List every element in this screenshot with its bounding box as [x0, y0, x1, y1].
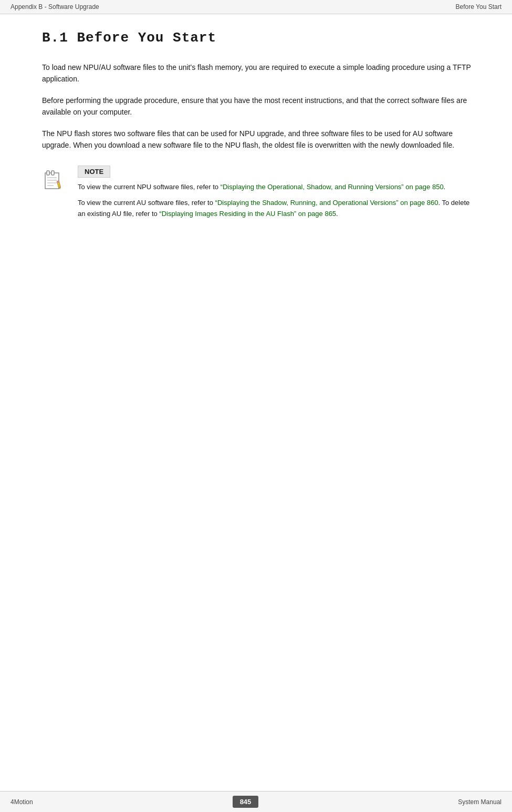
note-line-1: To view the current NPU software files, …: [78, 182, 473, 192]
header-left: Appendix B - Software Upgrade: [11, 3, 99, 11]
note-link-1[interactable]: “Displaying the Operational, Shadow, and…: [221, 183, 444, 191]
header-bar: Appendix B - Software Upgrade Before You…: [0, 0, 512, 14]
note-icon: [42, 168, 68, 194]
note-line-1-suffix: .: [444, 183, 446, 191]
note-line-2-suffix2: .: [336, 210, 338, 218]
main-content: B.1 Before You Start To load new NPU/AU …: [0, 14, 512, 256]
footer-left: 4Motion: [11, 798, 33, 806]
note-line-2: To view the current AU software files, r…: [78, 198, 473, 219]
paragraph-1: To load new NPU/AU software files to the…: [42, 61, 473, 85]
footer-page-number: 845: [233, 796, 259, 808]
footer-right: System Manual: [458, 798, 501, 806]
note-label: NOTE: [78, 166, 110, 178]
svg-rect-2: [51, 171, 54, 175]
note-container: NOTE To view the current NPU software fi…: [42, 166, 473, 224]
note-line-1-prefix: To view the current NPU software files, …: [78, 183, 221, 191]
note-link-2[interactable]: “Displaying the Shadow, Running, and Ope…: [215, 199, 438, 207]
notepad-icon-svg: [42, 168, 65, 191]
svg-rect-1: [47, 171, 49, 175]
paragraph-2: Before performing the upgrade procedure,…: [42, 95, 473, 118]
section-title: B.1 Before You Start: [42, 30, 480, 46]
note-link-3[interactable]: “Displaying Images Residing in the AU Fl…: [159, 210, 336, 218]
paragraph-3: The NPU flash stores two software files …: [42, 128, 473, 151]
note-content: NOTE To view the current NPU software fi…: [78, 166, 473, 224]
footer-bar: 4Motion 845 System Manual: [0, 791, 512, 812]
svg-rect-9: [57, 181, 59, 183]
note-line-2-prefix: To view the current AU software files, r…: [78, 199, 215, 207]
header-right: Before You Start: [456, 3, 501, 11]
